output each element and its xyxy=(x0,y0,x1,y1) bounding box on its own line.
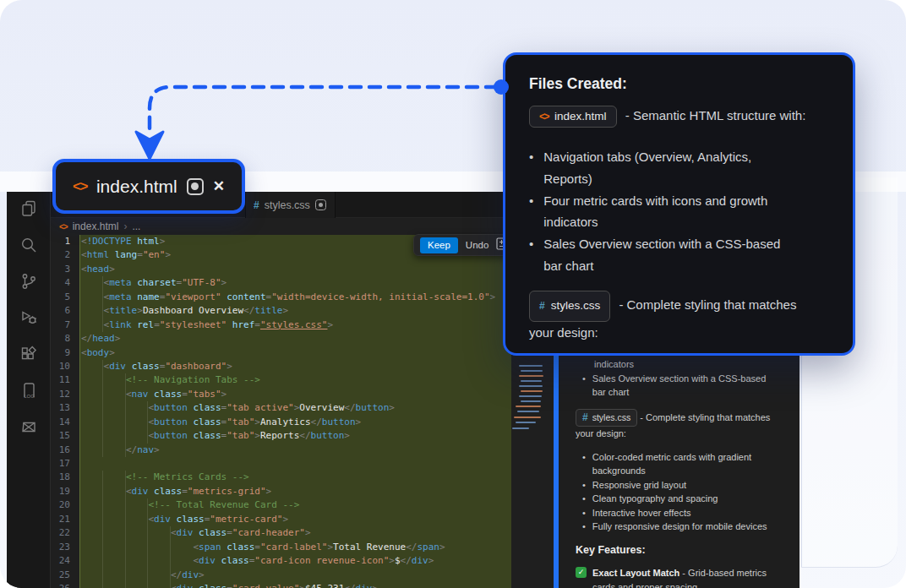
code-line: 24 <div class="card-icon revenue-icon">$… xyxy=(51,554,507,568)
code-line: 25 </div> xyxy=(51,569,507,582)
breadcrumb: <> index.html › ... xyxy=(51,218,507,235)
explorer-icon[interactable] xyxy=(19,199,39,219)
tab-label: styles.css xyxy=(265,199,310,211)
code-line: 9<body> xyxy=(51,346,507,360)
chat-bullet: •Sales Overview section with a CSS-based… xyxy=(576,372,783,400)
code-line: 10 <div class="dashboard"> xyxy=(51,360,507,373)
code-line: 7 <link rel="stylesheet" href="styles.cs… xyxy=(51,318,507,332)
breadcrumb-file[interactable]: index.html xyxy=(73,220,119,232)
panel-chip-row-styles: #styles.css - Complete styling that matc… xyxy=(529,291,813,344)
code-line: 12 <nav class="tabs"> xyxy=(51,388,507,401)
css-file-icon: # xyxy=(254,199,259,211)
code-line: 8</head> xyxy=(51,332,507,346)
extensions-icon[interactable] xyxy=(19,344,39,364)
undo-button[interactable]: Undo xyxy=(466,240,489,250)
chat-bullet-list: •Color-coded metric cards with gradient … xyxy=(576,450,783,534)
code-line: 5 <meta name="viewport" content="width=d… xyxy=(51,291,507,304)
chat-chip-row: #styles.css - Complete styling that matc… xyxy=(576,409,778,441)
html-file-icon: <> xyxy=(59,222,68,231)
panel-bullet-list: Navigation tabs (Overview, Analytics, Re… xyxy=(529,146,829,277)
modified-indicator-icon[interactable] xyxy=(187,178,204,195)
check-icon: ✓ xyxy=(576,567,587,578)
index-html-chip: <>index.html xyxy=(529,106,617,128)
modified-indicator-icon[interactable] xyxy=(315,199,326,210)
chat-feature-item: ✓ Exact Layout Match - Grid-based metric… xyxy=(576,566,778,588)
code-editor[interactable]: 1<!DOCTYPE html>2<html lang="en">3<head>… xyxy=(51,235,507,588)
html-file-icon: <> xyxy=(73,178,87,195)
css-file-icon: # xyxy=(582,411,588,425)
output-log-icon[interactable]: LOG xyxy=(19,380,39,400)
code-line: 18 <!-- Metrics Cards --> xyxy=(51,471,507,484)
activity-bar: LOG xyxy=(7,192,51,588)
chat-bullet: •Clean typography and spacing xyxy=(576,492,783,506)
chat-bullet: •Responsive grid layout xyxy=(576,478,783,493)
code-lines: 1<!DOCTYPE html>2<html lang="en">3<head>… xyxy=(51,235,507,588)
chat-bullet-continuation: indicators xyxy=(576,357,783,372)
code-line: 26 <div class="card-value">$45,231</div> xyxy=(51,582,507,588)
crossed-box-icon[interactable] xyxy=(19,416,39,437)
html-file-icon: <> xyxy=(539,111,549,122)
svg-text:LOG: LOG xyxy=(24,394,35,399)
callout-tab-index-html[interactable]: <> index.html ✕ xyxy=(52,159,245,214)
breadcrumb-more[interactable]: ... xyxy=(132,220,140,232)
arrowhead-icon xyxy=(136,132,163,159)
panel-bullet: Sales Overview section with a CSS-based … xyxy=(529,233,829,277)
code-line: 13 <button class="tab active">Overview</… xyxy=(51,401,507,415)
panel-bullet: Navigation tabs (Overview, Analytics, Re… xyxy=(529,146,829,190)
code-line: 3<head> xyxy=(51,263,507,276)
code-line: 22 <div class="card-header"> xyxy=(51,526,507,540)
code-line: 23 <span class="card-label">Total Revenu… xyxy=(51,541,507,554)
source-control-icon[interactable] xyxy=(19,271,39,291)
callout-tab-label: index.html xyxy=(96,177,177,197)
breadcrumb-separator: › xyxy=(123,220,127,232)
keep-button[interactable]: Keep xyxy=(420,237,458,253)
styles-css-chip: #styles.css xyxy=(529,291,610,322)
screenshot-card: LOG # styles.css <> index.html › ... 1<!… xyxy=(0,0,906,588)
search-icon[interactable] xyxy=(19,235,39,255)
panel-title: Files Created: xyxy=(529,75,829,93)
code-line: 17 xyxy=(51,457,507,471)
code-line: 11 <!-- Navigation Tabs --> xyxy=(51,373,507,387)
inline-edit-actions: Keep Undo xyxy=(413,234,514,256)
code-line: 14 <button class="tab">Analytics</button… xyxy=(51,416,507,429)
code-line: 15 <button class="tab">Reports</button> xyxy=(51,429,507,443)
code-line: 20 <!-- Total Revenue Card --> xyxy=(51,498,507,512)
chat-bullet: •Interactive hover effects xyxy=(576,506,783,520)
close-icon[interactable]: ✕ xyxy=(213,179,225,193)
panel-chip-row-index: <>index.html - Semantic HTML structure w… xyxy=(529,106,830,128)
styles-css-chip: #styles.css xyxy=(576,409,637,427)
css-file-icon: # xyxy=(539,295,545,317)
chat-bullet: •Color-coded metric cards with gradient … xyxy=(576,450,783,478)
chat-heading: Key Features: xyxy=(576,543,783,558)
files-created-panel: Files Created: <>index.html - Semantic H… xyxy=(503,52,855,356)
run-debug-icon[interactable] xyxy=(19,308,39,328)
code-line: 6 <title>Dashboard Overview</title> xyxy=(51,304,507,318)
tab-styles-css[interactable]: # styles.css xyxy=(245,192,336,218)
chat-response: indicators •Sales Overview section with … xyxy=(576,357,783,588)
chat-bullet: •Fully responsive design for mobile devi… xyxy=(576,520,783,534)
code-line: 21 <div class="metric-card"> xyxy=(51,513,507,526)
code-line: 16 </nav> xyxy=(51,444,507,457)
panel-bullet: Four metric cards with icons and growth … xyxy=(529,190,829,234)
code-line: 4 <meta charset="UTF-8"> xyxy=(51,276,507,290)
code-line: 19 <div class="metrics-grid"> xyxy=(51,485,507,498)
